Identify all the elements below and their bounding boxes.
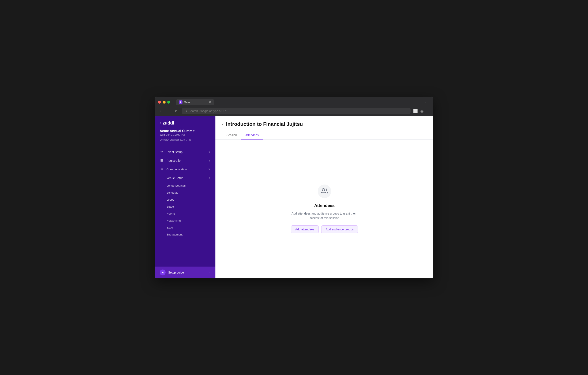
event-id-row: Event ID: 9fd6b68f-c91e-... ⧉: [160, 138, 210, 141]
sidebar-item-venue-setup[interactable]: ⊞ Venue Setup ∧: [155, 174, 215, 182]
browser-window: Z Setup ✕ + ⌄ ← → ↺ G Search Google or t…: [155, 97, 433, 278]
rooms-label: Rooms: [167, 212, 176, 215]
sidebar: ‹ zuddl Acme Annual Summit Wed, Jan 31, …: [155, 116, 215, 278]
tab-bar: Z Setup ✕ + ⌄: [173, 99, 430, 105]
tab-title: Setup: [184, 101, 191, 104]
tab-favicon: Z: [179, 100, 182, 104]
nav-communication-label: Communication: [167, 168, 206, 171]
maximize-traffic-light[interactable]: [167, 101, 170, 104]
lobby-label: Lobby: [167, 198, 174, 201]
setup-guide-icon: ★: [160, 270, 166, 276]
engagement-label: Engagement: [167, 233, 183, 236]
browser-tab[interactable]: Z Setup ✕: [176, 99, 214, 105]
chevron-down-icon-comm: ∨: [208, 168, 210, 171]
sidebar-logo-area: ‹ zuddl: [155, 116, 215, 129]
svg-point-0: [322, 188, 325, 191]
back-button[interactable]: ←: [158, 108, 164, 114]
setup-guide-bar[interactable]: ★ Setup guide ›: [155, 266, 215, 278]
sidebar-item-venue-settings[interactable]: Venue Settings: [155, 182, 215, 189]
edit-icon: ✏: [160, 150, 164, 154]
setup-guide-label: Setup guide: [168, 271, 207, 274]
event-info: Acme Annual Summit Wed, Jan 31, 2:00 PM …: [155, 129, 215, 146]
communication-icon: ✉: [160, 167, 164, 171]
sidebar-item-stage[interactable]: Stage: [155, 203, 215, 210]
sidebar-item-event-setup[interactable]: ✏ Event Setup ∨: [155, 148, 215, 156]
nav-venue-setup-label: Venue Setup: [167, 176, 206, 180]
close-traffic-light[interactable]: [158, 101, 161, 104]
forward-button[interactable]: →: [166, 108, 171, 114]
sidebar-item-networking[interactable]: Networking: [155, 217, 215, 224]
google-icon: G: [185, 109, 187, 113]
nav-buttons: ← → ↺: [158, 108, 179, 114]
event-datetime: Wed, Jan 31, 2:00 PM: [160, 133, 210, 136]
registration-icon: ☰: [160, 159, 164, 163]
main-body: Attendees Add attendees and audience gro…: [215, 140, 433, 278]
browser-actions: ⬜ ◉ ⋮: [413, 109, 430, 113]
nav-registration-label: Registration: [167, 159, 206, 162]
traffic-lights: [158, 101, 170, 104]
page-header: ‹ Introduction to Financial Jujitsu Sess…: [215, 116, 433, 140]
venue-settings-label: Venue Settings: [167, 184, 186, 187]
sidebar-toggle-icon[interactable]: ⬜: [413, 109, 418, 113]
copy-event-id-button[interactable]: ⧉: [189, 138, 191, 141]
sidebar-nav: ✏ Event Setup ∨ ☰ Registration ∨ ✉ Commu…: [155, 148, 215, 266]
sidebar-divider: [155, 146, 215, 146]
page-title-row: ‹ Introduction to Financial Jujitsu: [222, 121, 427, 127]
page-title: Introduction to Financial Jujitsu: [226, 121, 303, 127]
browser-chrome: Z Setup ✕ + ⌄ ← → ↺ G Search Google or t…: [155, 97, 433, 116]
menu-icon[interactable]: ⋮: [426, 109, 430, 113]
tab-attendees[interactable]: Attendees: [241, 131, 263, 140]
setup-guide-arrow-icon: ›: [209, 271, 210, 274]
back-to-events-button[interactable]: ‹: [160, 121, 161, 125]
tab-dropdown-button[interactable]: ⌄: [424, 100, 427, 104]
venue-icon: ⊞: [160, 176, 164, 180]
expo-label: Expo: [167, 226, 173, 229]
event-id: Event ID: 9fd6b68f-c91e-...: [160, 138, 187, 141]
tab-session[interactable]: Session: [222, 131, 241, 140]
page-back-button[interactable]: ‹: [222, 122, 223, 126]
attendees-empty-title: Attendees: [314, 203, 335, 208]
tabs-row: Session Attendees: [222, 131, 427, 139]
schedule-label: Schedule: [167, 191, 178, 194]
chevron-down-icon: ∨: [208, 150, 210, 154]
chevron-down-icon-reg: ∨: [208, 159, 210, 162]
sidebar-item-rooms[interactable]: Rooms: [155, 210, 215, 217]
new-tab-button[interactable]: +: [215, 100, 221, 105]
add-attendees-button[interactable]: Add attendees: [291, 225, 319, 233]
sidebar-item-schedule[interactable]: Schedule: [155, 189, 215, 196]
profile-icon[interactable]: ◉: [420, 109, 424, 113]
add-audience-groups-button[interactable]: Add audience groups: [321, 225, 358, 233]
address-bar[interactable]: G Search Google or type a URL: [182, 108, 410, 114]
tab-close-button[interactable]: ✕: [209, 100, 211, 104]
address-input[interactable]: Search Google or type a URL: [189, 109, 408, 113]
attendees-actions: Add attendees Add audience groups: [291, 225, 358, 233]
sidebar-item-registration[interactable]: ☰ Registration ∨: [155, 156, 215, 165]
attendees-empty-icon: [318, 185, 331, 198]
sidebar-item-communication[interactable]: ✉ Communication ∨: [155, 165, 215, 174]
chevron-up-icon-venue: ∧: [208, 176, 210, 179]
event-name: Acme Annual Summit: [160, 129, 210, 133]
app-layout: ‹ zuddl Acme Annual Summit Wed, Jan 31, …: [155, 116, 433, 278]
sidebar-item-lobby[interactable]: Lobby: [155, 196, 215, 203]
sidebar-item-engagement[interactable]: Engagement: [155, 231, 215, 238]
minimize-traffic-light[interactable]: [163, 101, 166, 104]
attendees-empty-desc: Add attendees and audience groups to gra…: [291, 211, 358, 220]
sidebar-item-expo[interactable]: Expo: [155, 224, 215, 231]
stage-label: Stage: [167, 205, 174, 208]
logo-text: zuddl: [162, 120, 174, 126]
networking-label: Networking: [167, 219, 181, 222]
nav-event-setup-label: Event Setup: [167, 150, 206, 154]
main-content: ‹ Introduction to Financial Jujitsu Sess…: [215, 116, 433, 278]
reload-button[interactable]: ↺: [173, 108, 179, 114]
